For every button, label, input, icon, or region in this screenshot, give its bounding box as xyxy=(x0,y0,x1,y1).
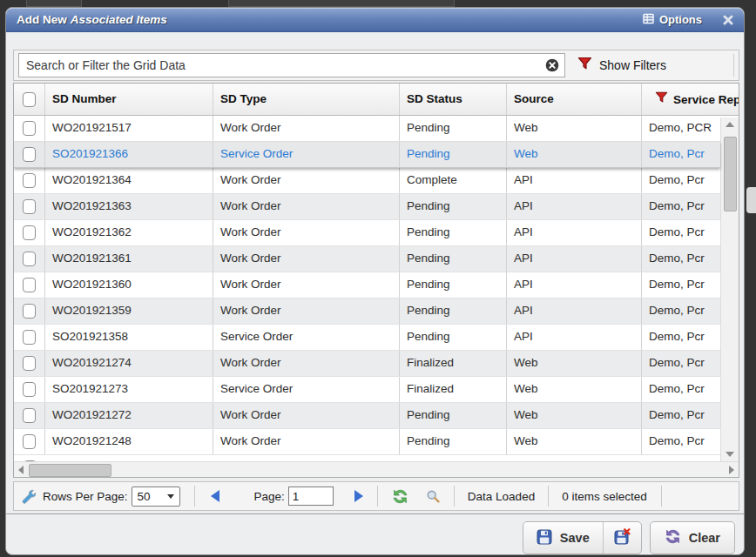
row-checkbox-cell xyxy=(14,220,45,245)
cell-sd-type: Work Order xyxy=(213,429,400,454)
selection-count: 0 items selected xyxy=(562,490,647,503)
search-grid-icon[interactable] xyxy=(426,489,441,504)
table-row[interactable]: WO201921248Work OrderPendingWebDemo, Pcr xyxy=(14,429,720,455)
row-checkbox-cell xyxy=(14,272,45,298)
table-row[interactable]: SO201921366Service OrderPendingWebDemo, … xyxy=(14,142,720,168)
cell-sd-type: Work Order xyxy=(213,168,400,193)
table-row[interactable]: WO201921274Work OrderFinalizedWebDemo, P… xyxy=(14,351,720,377)
column-header-source[interactable]: Source xyxy=(507,84,642,115)
row-checkbox[interactable] xyxy=(23,225,36,240)
cell-sd-number: WO201921361 xyxy=(45,246,213,272)
row-checkbox-cell xyxy=(14,142,45,167)
clear-button[interactable]: Clear xyxy=(650,521,735,554)
scroll-right-arrow[interactable] xyxy=(725,462,739,477)
page-label: Page: xyxy=(254,490,285,503)
row-checkbox[interactable] xyxy=(23,278,36,292)
save-button-group: Save xyxy=(523,521,642,554)
close-icon[interactable] xyxy=(723,15,733,25)
row-checkbox[interactable] xyxy=(23,304,36,319)
cell-service-rep: Demo, Pcr xyxy=(642,299,720,324)
cell-sd-status: Pending xyxy=(400,429,507,454)
cell-sd-number: WO201921360 xyxy=(45,272,213,298)
scroll-up-arrow[interactable] xyxy=(721,117,739,131)
clear-search-icon[interactable] xyxy=(545,58,559,72)
row-checkbox[interactable] xyxy=(23,330,36,345)
clear-label: Clear xyxy=(689,531,720,545)
rows-per-page-value: 50 xyxy=(138,490,151,503)
row-checkbox[interactable] xyxy=(23,121,36,136)
table-row[interactable]: WO201921363Work OrderPendingAPIDemo, Pcr xyxy=(14,194,720,220)
grid-body-rows: WO201921517Work OrderPendingWebDemo, PCR… xyxy=(14,116,720,455)
show-filters-button[interactable]: Show Filters xyxy=(599,58,666,72)
cell-sd-status: Pending xyxy=(400,194,507,219)
table-row[interactable]: WO201921364Work OrderCompleteAPIDemo, Pc… xyxy=(14,168,720,194)
cell-source: API xyxy=(507,168,642,193)
cell-sd-type: Work Order xyxy=(213,272,400,298)
save-disk-icon xyxy=(537,529,552,547)
next-page-button[interactable] xyxy=(354,490,363,502)
row-checkbox[interactable] xyxy=(23,147,36,162)
vertical-scrollbar[interactable] xyxy=(720,117,739,461)
row-checkbox-cell xyxy=(14,377,45,402)
column-header-sd-number[interactable]: SD Number xyxy=(45,84,213,115)
row-checkbox[interactable] xyxy=(23,408,36,423)
table-row[interactable]: WO201921361Work OrderPendingAPIDemo, Pcr xyxy=(14,246,720,272)
cell-service-rep: Demo, PCR xyxy=(642,116,720,141)
row-checkbox-cell xyxy=(14,351,45,376)
column-header-service-rep[interactable]: Service Rep xyxy=(642,84,739,115)
table-row[interactable]: WO201921272Work OrderPendingWebDemo, Pcr xyxy=(14,403,720,429)
dialog-titlebar: Add NewAssociated Items Options xyxy=(6,8,744,32)
column-header-sd-status[interactable]: SD Status xyxy=(400,84,507,115)
row-checkbox[interactable] xyxy=(23,434,36,449)
select-all-checkbox[interactable] xyxy=(23,92,36,107)
page-title: Add NewAssociated Items xyxy=(17,13,167,26)
wrench-icon[interactable] xyxy=(21,489,36,504)
table-row[interactable]: SO201921358Service OrderPendingAPIDemo, … xyxy=(14,325,720,351)
cell-source: Web xyxy=(507,377,642,402)
cell-service-rep: Demo, Pcr xyxy=(642,220,720,245)
grid-options-icon xyxy=(643,13,654,27)
save-and-close-button[interactable] xyxy=(603,522,641,554)
filter-funnel-icon[interactable] xyxy=(577,57,592,74)
cell-service-rep: Demo, Pcr xyxy=(642,246,720,272)
cell-source: Web xyxy=(507,403,642,428)
table-row[interactable]: WO201921517Work OrderPendingWebDemo, PCR xyxy=(14,116,720,142)
row-checkbox[interactable] xyxy=(23,382,36,397)
options-button[interactable]: Options xyxy=(643,13,702,27)
table-row[interactable]: SO201921273Service OrderFinalizedWebDemo… xyxy=(14,377,720,403)
row-checkbox-cell xyxy=(14,246,45,272)
row-checkbox[interactable] xyxy=(23,199,36,214)
cell-sd-status: Pending xyxy=(400,116,507,141)
rows-per-page-select[interactable]: 50 xyxy=(132,487,180,507)
cell-service-rep: Demo, Pcr xyxy=(642,377,720,402)
background-window-fragment xyxy=(746,187,756,213)
add-associated-items-dialog: Add NewAssociated Items Options Show Fil xyxy=(5,7,745,555)
vertical-scrollbar-thumb[interactable] xyxy=(724,137,737,211)
refresh-icon[interactable] xyxy=(392,488,408,505)
pagination-bar: Rows Per Page: 50 Page: Data Loaded 0 it… xyxy=(13,481,739,511)
row-checkbox[interactable] xyxy=(23,356,36,371)
cell-sd-number: WO201921517 xyxy=(45,116,213,141)
cell-sd-type: Service Order xyxy=(213,377,400,402)
previous-page-button[interactable] xyxy=(211,490,219,502)
cell-source: API xyxy=(507,299,642,324)
page-number-input[interactable] xyxy=(288,487,334,506)
save-button[interactable]: Save xyxy=(523,522,603,554)
background-window-fragment xyxy=(26,0,82,7)
table-row[interactable]: WO201921362Work OrderPendingAPIDemo, Pcr xyxy=(14,220,720,246)
table-row[interactable]: WO201921360Work OrderPendingAPIDemo, Pcr xyxy=(14,272,720,299)
background-window-fragment xyxy=(228,0,455,7)
pager-separator xyxy=(194,486,195,507)
row-checkbox[interactable] xyxy=(23,252,36,266)
horizontal-scrollbar[interactable] xyxy=(14,461,739,477)
cell-source: Web xyxy=(507,351,642,376)
cell-sd-type: Work Order xyxy=(213,351,400,376)
table-row[interactable]: WO201921359Work OrderPendingAPIDemo, Pcr xyxy=(14,299,720,325)
scroll-down-arrow[interactable] xyxy=(721,447,739,461)
row-checkbox[interactable] xyxy=(23,173,36,188)
column-header-sd-type[interactable]: SD Type xyxy=(213,84,400,115)
search-input[interactable] xyxy=(18,53,565,77)
scroll-left-arrow[interactable] xyxy=(14,462,28,477)
horizontal-scrollbar-thumb[interactable] xyxy=(29,464,111,477)
cell-service-rep: Demo, Pcr xyxy=(642,351,720,376)
